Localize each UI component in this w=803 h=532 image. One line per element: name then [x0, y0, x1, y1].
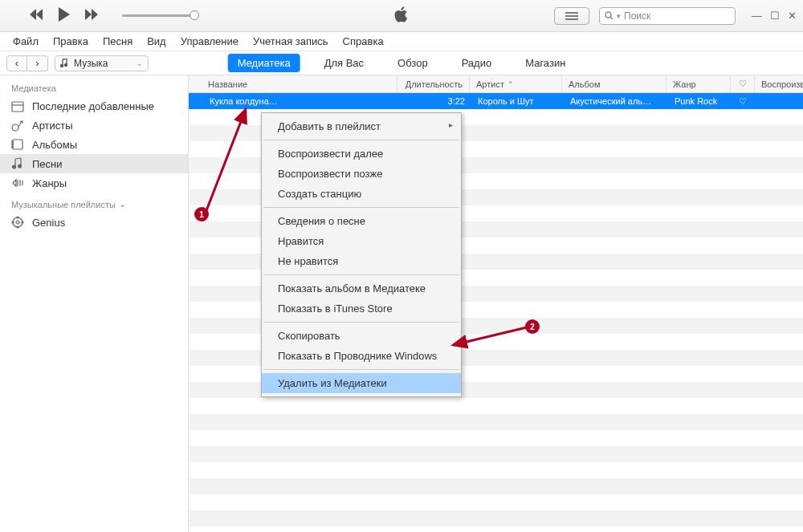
track-name: Кукла колдуна…: [203, 96, 399, 106]
svg-point-5: [61, 65, 63, 67]
menu-edit[interactable]: Правка: [53, 35, 88, 47]
cm-show-album[interactable]: Показать альбом в Медиатеке: [262, 278, 461, 298]
prev-button[interactable]: [29, 9, 43, 22]
svg-line-4: [610, 17, 613, 19]
menubar: Файл Правка Песня Вид Управление Учетная…: [0, 32, 803, 51]
media-selector[interactable]: Музыка ⌄: [55, 55, 149, 71]
track-genre: Punk Rock: [668, 96, 732, 106]
cm-like[interactable]: Нравится: [262, 231, 461, 251]
nav-back-button[interactable]: ‹: [6, 55, 27, 71]
list-view-button[interactable]: [554, 7, 589, 25]
nav-forward-button[interactable]: ›: [27, 55, 48, 71]
col-name[interactable]: Название: [202, 75, 397, 92]
menu-help[interactable]: Справка: [343, 35, 384, 47]
cm-dislike[interactable]: Не нравится: [262, 251, 461, 271]
svg-rect-13: [11, 141, 13, 148]
cm-show-windows[interactable]: Показать в Проводнике Windows: [262, 346, 461, 366]
sidebar-label: Альбомы: [32, 139, 77, 151]
svg-point-9: [12, 124, 18, 131]
sidebar-item-genres[interactable]: Жанры: [0, 173, 188, 193]
menu-song[interactable]: Песня: [103, 35, 132, 47]
svg-point-14: [13, 165, 16, 169]
track-album: Акустический аль…: [564, 96, 668, 106]
sidebar-playlists-head[interactable]: Музыкальные плейлисты⌄: [0, 193, 188, 213]
cm-play-next[interactable]: Воспроизвести далее: [262, 144, 461, 164]
col-artist[interactable]: Артист: [470, 75, 562, 92]
sidebar-label: Артисты: [32, 120, 73, 132]
menu-controls[interactable]: Управление: [181, 35, 238, 47]
sidebar-label: Последние добавленные: [32, 100, 154, 112]
cm-delete[interactable]: Удалить из Медиатеки: [262, 373, 461, 393]
track-row[interactable]: Кукла колдуна… 3:22 Король и Шут Акустич…: [189, 93, 803, 109]
volume-slider[interactable]: [122, 14, 194, 17]
cm-play-later[interactable]: Воспроизвести позже: [262, 164, 461, 184]
apple-logo-icon: [394, 6, 409, 25]
svg-point-3: [605, 12, 611, 18]
track-heart-icon[interactable]: ♡: [732, 96, 756, 107]
search-placeholder: Поиск: [624, 10, 650, 22]
menu-file[interactable]: Файл: [13, 35, 39, 47]
svg-point-15: [18, 164, 22, 168]
sidebar-label: Песни: [32, 158, 63, 170]
svg-point-20: [17, 217, 18, 218]
tab-browse[interactable]: Обзор: [388, 54, 438, 72]
svg-point-16: [16, 221, 19, 224]
context-menu: Добавить в плейлист Воспроизвести далее …: [261, 112, 462, 397]
sidebar-library-head: Медиатека: [0, 80, 188, 96]
tab-radio[interactable]: Радио: [452, 54, 502, 72]
sidebar-item-artists[interactable]: Артисты: [0, 116, 188, 135]
cm-song-info[interactable]: Сведения о песне: [262, 211, 461, 231]
cm-create-station[interactable]: Создать станцию: [262, 184, 461, 204]
close-button[interactable]: ✕: [788, 10, 797, 22]
sidebar-label: Жанры: [32, 177, 67, 189]
play-button[interactable]: [58, 7, 71, 24]
track-artist: Король и Шут: [471, 96, 564, 106]
track-duration: 3:22: [399, 96, 471, 106]
next-button[interactable]: [85, 9, 100, 22]
column-headers: Название Длительность Артист Альбом Жанр…: [189, 75, 803, 93]
col-plays[interactable]: Воспроизвед: [755, 75, 803, 92]
svg-point-17: [13, 217, 22, 227]
sidebar-item-genius[interactable]: Genius: [0, 213, 188, 232]
cm-add-to-playlist[interactable]: Добавить в плейлист: [262, 116, 461, 136]
sidebar-label: Genius: [32, 217, 65, 229]
menu-account[interactable]: Учетная запись: [253, 35, 328, 47]
svg-point-18: [12, 221, 14, 223]
col-heart[interactable]: ♡: [731, 75, 755, 92]
svg-point-21: [17, 226, 18, 228]
sidebar-item-albums[interactable]: Альбомы: [0, 135, 188, 154]
svg-point-19: [22, 221, 23, 223]
cm-copy[interactable]: Скопировать: [262, 326, 461, 346]
svg-point-6: [65, 64, 67, 67]
media-selector-label: Музыка: [74, 58, 108, 69]
maximize-button[interactable]: ☐: [770, 10, 780, 22]
svg-rect-7: [12, 102, 23, 112]
sidebar-item-songs[interactable]: Песни: [0, 154, 188, 173]
col-genre[interactable]: Жанр: [666, 75, 731, 92]
sidebar: Медиатека Последние добавленные Артисты …: [0, 75, 189, 532]
col-album[interactable]: Альбом: [562, 75, 666, 92]
col-duration[interactable]: Длительность: [397, 75, 470, 92]
search-input[interactable]: ▾ Поиск: [599, 7, 736, 25]
tab-library[interactable]: Медиатека: [228, 54, 300, 72]
tab-for-you[interactable]: Для Вас: [315, 54, 373, 72]
cm-show-itunes[interactable]: Показать в iTunes Store: [262, 298, 461, 319]
tab-store[interactable]: Магазин: [516, 54, 575, 72]
minimize-button[interactable]: —: [752, 10, 762, 22]
sidebar-item-recent[interactable]: Последние добавленные: [0, 96, 188, 116]
menu-view[interactable]: Вид: [147, 35, 166, 47]
svg-rect-12: [13, 140, 22, 149]
